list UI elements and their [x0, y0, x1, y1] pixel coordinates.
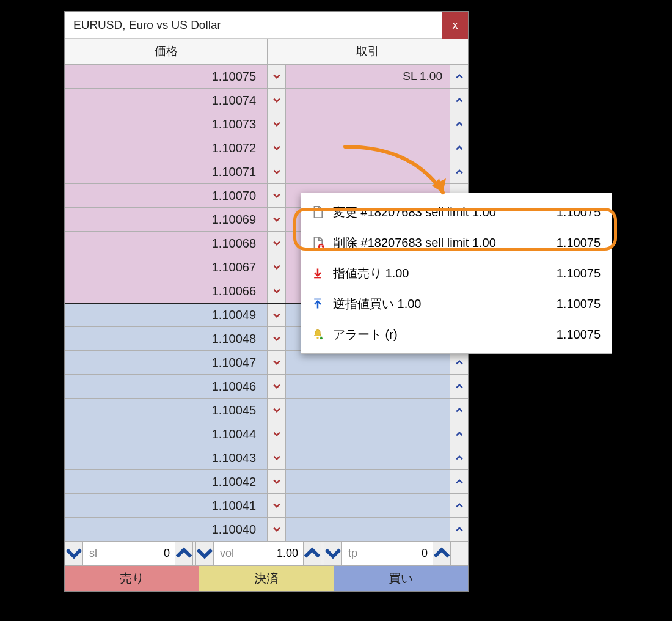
price-row[interactable]: 1.10040: [65, 517, 468, 541]
trade-cell: [286, 518, 450, 541]
tp-increment[interactable]: [433, 542, 451, 565]
context-menu-item[interactable]: 指値売り 1.001.10075: [301, 258, 612, 288]
price-cell: 1.10072: [65, 136, 268, 160]
svg-point-3: [316, 337, 318, 339]
context-menu-price: 1.10075: [557, 328, 601, 342]
close-position-button[interactable]: 決済: [199, 566, 334, 591]
close-button[interactable]: x: [442, 12, 468, 39]
trade-cell: [286, 494, 450, 517]
sell-chevron[interactable]: [268, 65, 286, 88]
price-row[interactable]: 1.10073: [65, 112, 468, 136]
tp-input[interactable]: tp 0: [342, 542, 433, 565]
price-row[interactable]: 1.10071: [65, 160, 468, 183]
buy-chevron[interactable]: [450, 470, 468, 493]
price-cell: 1.10046: [65, 375, 268, 398]
price-row[interactable]: 1.10074: [65, 88, 468, 112]
trade-cell: [286, 470, 450, 493]
sell-chevron[interactable]: [268, 446, 286, 469]
context-menu-label: 指値売り 1.00: [333, 265, 548, 282]
sell-chevron[interactable]: [268, 184, 286, 207]
trade-cell: [286, 351, 450, 374]
price-row[interactable]: 1.10042: [65, 469, 468, 493]
buy-chevron[interactable]: [450, 65, 468, 88]
buy-chevron[interactable]: [450, 446, 468, 469]
sell-chevron[interactable]: [268, 470, 286, 493]
sl-input[interactable]: sl 0: [83, 542, 175, 565]
buy-chevron[interactable]: [450, 422, 468, 446]
sell-chevron[interactable]: [268, 279, 286, 303]
price-row[interactable]: 1.10046: [65, 374, 468, 398]
doc-x-icon: [307, 236, 328, 249]
buy-chevron[interactable]: [450, 160, 468, 183]
context-menu-price: 1.10075: [557, 236, 601, 250]
context-menu-price: 1.10075: [557, 297, 601, 311]
sell-icon: [307, 267, 328, 279]
price-cell: 1.10049: [65, 304, 268, 326]
sell-chevron[interactable]: [268, 208, 286, 231]
sell-chevron[interactable]: [268, 255, 286, 279]
column-header-price[interactable]: 価格: [65, 39, 268, 64]
price-cell: 1.10047: [65, 351, 268, 374]
context-menu-label: アラート (r): [333, 326, 548, 343]
price-cell: 1.10044: [65, 422, 268, 446]
tp-decrement[interactable]: [324, 542, 342, 565]
table-headers: 価格 取引: [65, 39, 468, 64]
sl-decrement[interactable]: [65, 542, 83, 565]
price-cell: 1.10071: [65, 160, 268, 183]
price-cell: 1.10043: [65, 446, 268, 469]
alert-icon: [307, 328, 328, 340]
price-cell: 1.10067: [65, 255, 268, 279]
price-row[interactable]: 1.10041: [65, 493, 468, 517]
sell-chevron[interactable]: [268, 304, 286, 326]
price-row[interactable]: 1.10043: [65, 446, 468, 469]
sell-chevron[interactable]: [268, 89, 286, 112]
sell-chevron[interactable]: [268, 232, 286, 255]
trade-cell: [286, 136, 450, 160]
context-menu-label: 変更 #18207683 sell limit 1.00: [333, 204, 548, 221]
price-cell: 1.10042: [65, 470, 268, 493]
sell-chevron[interactable]: [268, 518, 286, 541]
buy-chevron[interactable]: [450, 375, 468, 398]
sell-chevron[interactable]: [268, 136, 286, 160]
window-title: EURUSD, Euro vs US Dollar: [73, 18, 221, 32]
trade-cell: [286, 375, 450, 398]
buy-chevron[interactable]: [450, 89, 468, 112]
sell-chevron[interactable]: [268, 112, 286, 136]
sell-chevron[interactable]: [268, 160, 286, 183]
buy-chevron[interactable]: [450, 494, 468, 517]
buy-chevron[interactable]: [450, 399, 468, 422]
trade-cell: [286, 422, 450, 446]
price-row[interactable]: 1.10072: [65, 136, 468, 160]
price-cell: 1.10068: [65, 232, 268, 255]
context-menu-label: 削除 #18207683 sell limit 1.00: [333, 235, 548, 251]
svg-rect-1: [314, 277, 321, 279]
price-cell: 1.10041: [65, 494, 268, 517]
vol-input[interactable]: vol 1.00: [214, 542, 303, 565]
buy-button[interactable]: 買い: [334, 566, 468, 591]
sell-chevron[interactable]: [268, 494, 286, 517]
context-menu-item[interactable]: アラート (r)1.10075: [301, 319, 612, 350]
sell-chevron[interactable]: [268, 327, 286, 350]
price-row[interactable]: 1.10045: [65, 398, 468, 422]
column-header-trade[interactable]: 取引: [268, 39, 468, 64]
buy-chevron[interactable]: [450, 112, 468, 136]
vol-decrement[interactable]: [195, 542, 214, 565]
buy-chevron[interactable]: [450, 518, 468, 541]
price-row[interactable]: 1.10075SL 1.00: [65, 64, 468, 88]
context-menu-price: 1.10075: [557, 266, 601, 281]
context-menu-item[interactable]: 削除 #18207683 sell limit 1.001.10075: [301, 227, 612, 258]
buy-chevron[interactable]: [450, 136, 468, 160]
sell-chevron[interactable]: [268, 351, 286, 374]
buy-chevron[interactable]: [450, 351, 468, 374]
context-menu-item[interactable]: 変更 #18207683 sell limit 1.001.10075: [301, 197, 612, 227]
price-row[interactable]: 1.10044: [65, 422, 468, 446]
context-menu-item[interactable]: 逆指値買い 1.001.10075: [301, 288, 612, 319]
sell-chevron[interactable]: [268, 399, 286, 422]
close-icon: x: [453, 19, 458, 32]
sell-chevron[interactable]: [268, 422, 286, 446]
sl-increment[interactable]: [175, 542, 193, 565]
vol-increment[interactable]: [303, 542, 321, 565]
sell-chevron[interactable]: [268, 375, 286, 398]
tp-stepper: tp 0: [324, 542, 451, 565]
sell-button[interactable]: 売り: [65, 566, 199, 591]
